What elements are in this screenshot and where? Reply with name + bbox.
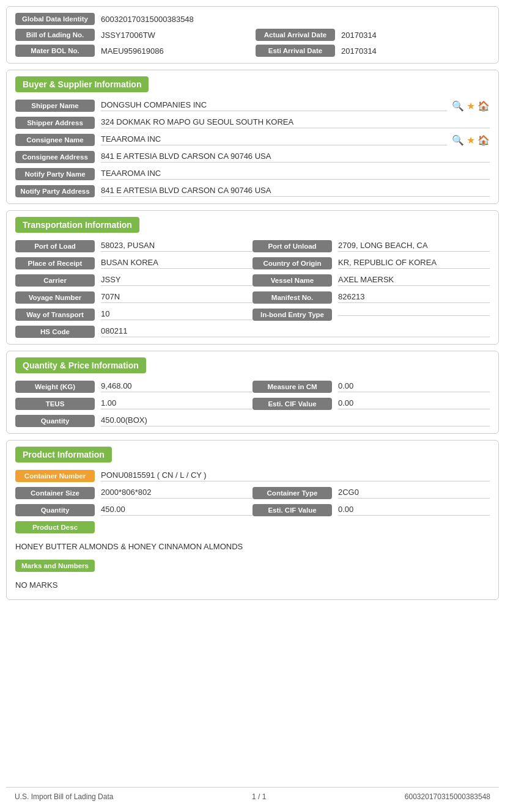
port-load-label: Port of Load <box>15 240 95 252</box>
way-transport-col: Way of Transport 10 <box>15 309 253 321</box>
weight-label: Weight (KG) <box>15 381 95 393</box>
carrier-value: JSSY <box>101 275 253 286</box>
container-type-label: Container Type <box>253 487 332 499</box>
weight-col: Weight (KG) 9,468.00 <box>15 381 253 393</box>
mater-bol-esti-row: Mater BOL No. MAEU959619086 Esti Arrival… <box>15 45 490 57</box>
measure-value: 0.00 <box>338 381 490 392</box>
place-receipt-value: BUSAN KOREA <box>101 258 253 269</box>
inbond-entry-label: In-bond Entry Type <box>253 309 332 321</box>
bol-value: JSSY17006TW <box>101 31 155 40</box>
footer-right: 600320170315000383548 <box>405 792 490 801</box>
container-number-value: PONU0815591 ( CN / L / CY ) <box>101 470 490 481</box>
place-receipt-col: Place of Receipt BUSAN KOREA <box>15 257 253 269</box>
shipper-search-icon[interactable]: 🔍 <box>452 100 464 112</box>
container-size-label: Container Size <box>15 487 95 499</box>
country-origin-label: Country of Origin <box>253 257 332 269</box>
container-type-col: Container Type 2CG0 <box>253 487 490 499</box>
page: Global Data Identity 6003201703150003835… <box>0 0 505 812</box>
notify-party-name-row: Notify Party Name TEAAROMA INC <box>15 168 490 180</box>
esti-cif-col: Esti. CIF Value 0.00 <box>253 398 490 410</box>
global-identity-value: 600320170315000383548 <box>101 15 194 24</box>
container-size-value: 2000*806*802 <box>101 488 253 499</box>
product-desc-label: Product Desc <box>15 521 95 533</box>
consignee-name-label: Consignee Name <box>15 134 95 146</box>
product-qty-label: Quantity <box>15 504 95 516</box>
quantity-col: Quantity 450.00(BOX) <box>15 415 490 427</box>
product-qty-cif-row: Quantity 450.00 Esti. CIF Value 0.00 <box>15 504 490 516</box>
global-identity-row: Global Data Identity 6003201703150003835… <box>15 13 490 25</box>
bol-label: Bill of Lading No. <box>15 29 95 41</box>
manifest-no-col: Manifest No. 826213 <box>253 291 490 304</box>
container-size-type-row: Container Size 2000*806*802 Container Ty… <box>15 487 490 499</box>
product-esti-cif-col: Esti. CIF Value 0.00 <box>253 504 490 516</box>
manifest-no-value: 826213 <box>338 292 490 303</box>
shipper-name-label: Shipper Name <box>15 100 95 112</box>
notify-party-name-value: TEAAROMA INC <box>101 169 490 180</box>
carrier-col: Carrier JSSY <box>15 274 253 287</box>
container-type-value: 2CG0 <box>338 488 490 499</box>
measure-label: Measure in CM <box>253 381 332 393</box>
footer-center: 1 / 1 <box>252 792 266 801</box>
hs-code-col: HS Code 080211 <box>15 326 490 338</box>
measure-col: Measure in CM 0.00 <box>253 381 490 393</box>
shipper-icons: 🔍 ★ 🏠 <box>452 100 490 112</box>
notify-party-address-row: Notify Party Address 841 E ARTESIA BLVD … <box>15 185 490 197</box>
teus-value: 1.00 <box>101 398 253 409</box>
quantity-price-header: Quantity & Price Information <box>15 357 146 373</box>
way-transport-value: 10 <box>101 309 253 320</box>
container-number-label: Container Number <box>15 470 95 482</box>
product-card: Product Information Container Number PON… <box>6 440 499 600</box>
vessel-name-label: Vessel Name <box>253 274 332 287</box>
bol-col: Bill of Lading No. JSSY17006TW <box>15 29 249 41</box>
consignee-search-icon[interactable]: 🔍 <box>452 134 464 146</box>
product-header: Product Information <box>15 447 112 463</box>
identity-card: Global Data Identity 6003201703150003835… <box>6 6 499 64</box>
consignee-address-label: Consignee Address <box>15 151 95 163</box>
marks-numbers-value: NO MARKS <box>15 577 490 593</box>
quantity-label: Quantity <box>15 415 95 427</box>
shipper-address-label: Shipper Address <box>15 117 95 129</box>
container-size-col: Container Size 2000*806*802 <box>15 487 253 499</box>
esti-arrival-value: 20170314 <box>341 46 377 56</box>
product-esti-cif-label: Esti. CIF Value <box>253 504 332 516</box>
shipper-name-value: DONGSUH COMPANIES INC <box>101 100 447 111</box>
mater-bol-col: Mater BOL No. MAEU959619086 <box>15 45 249 57</box>
inbond-entry-col: In-bond Entry Type <box>253 309 490 321</box>
buyer-supplier-header: Buyer & Supplier Information <box>15 76 149 92</box>
product-qty-value: 450.00 <box>101 505 253 516</box>
footer: U.S. Import Bill of Lading Data 1 / 1 60… <box>6 787 499 806</box>
notify-party-address-value: 841 E ARTESIA BLVD CARSON CA 90746 USA <box>101 186 490 197</box>
port-load-unload-row: Port of Load 58023, PUSAN Port of Unload… <box>15 240 490 252</box>
esti-cif-label: Esti. CIF Value <box>253 398 332 410</box>
actual-arrival-label: Actual Arrival Date <box>256 29 335 41</box>
vessel-name-value: AXEL MAERSK <box>338 275 490 286</box>
consignee-address-row: Consignee Address 841 E ARTESIA BLVD CAR… <box>15 151 490 163</box>
shipper-home-icon[interactable]: 🏠 <box>477 100 490 112</box>
buyer-supplier-card: Buyer & Supplier Information Shipper Nam… <box>6 70 499 204</box>
teus-label: TEUS <box>15 398 95 410</box>
voyage-manifest-row: Voyage Number 707N Manifest No. 826213 <box>15 291 490 304</box>
product-desc-row: Product Desc <box>15 521 490 533</box>
voyage-number-value: 707N <box>101 292 253 303</box>
port-unload-value: 2709, LONG BEACH, CA <box>338 241 490 252</box>
consignee-star-icon[interactable]: ★ <box>466 134 475 146</box>
shipper-name-row: Shipper Name DONGSUH COMPANIES INC 🔍 ★ 🏠 <box>15 100 490 112</box>
place-receipt-label: Place of Receipt <box>15 257 95 269</box>
actual-arrival-value: 20170314 <box>341 31 377 40</box>
hs-code-row: HS Code 080211 <box>15 326 490 338</box>
country-origin-value: KR, REPUBLIC OF KOREA <box>338 258 490 269</box>
voyage-number-label: Voyage Number <box>15 291 95 304</box>
port-load-value: 58023, PUSAN <box>101 241 253 252</box>
shipper-star-icon[interactable]: ★ <box>466 100 475 112</box>
country-origin-col: Country of Origin KR, REPUBLIC OF KOREA <box>253 257 490 269</box>
consignee-home-icon[interactable]: 🏠 <box>477 134 490 146</box>
hs-code-value: 080211 <box>101 326 490 337</box>
marks-numbers-row: Marks and Numbers <box>15 560 490 572</box>
inbond-entry-value <box>338 314 490 316</box>
receipt-origin-row: Place of Receipt BUSAN KOREA Country of … <box>15 257 490 269</box>
quantity-value: 450.00(BOX) <box>101 415 490 426</box>
marks-numbers-label: Marks and Numbers <box>15 560 95 572</box>
mater-bol-label: Mater BOL No. <box>15 45 95 57</box>
port-load-col: Port of Load 58023, PUSAN <box>15 240 253 252</box>
actual-arrival-col: Actual Arrival Date 20170314 <box>256 29 490 41</box>
